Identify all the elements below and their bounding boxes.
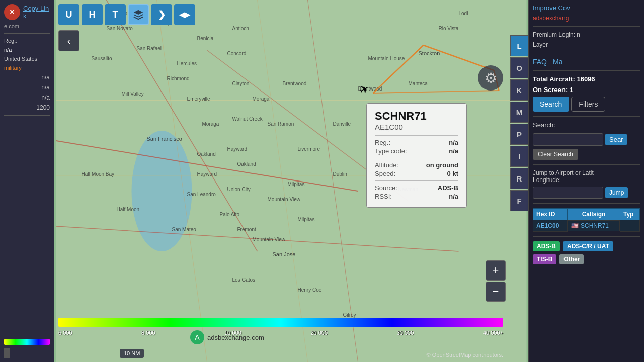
svg-text:Concord: Concord <box>227 51 247 56</box>
search-section-label: Search: <box>533 121 640 129</box>
zoom-out-btn[interactable]: − <box>486 282 506 302</box>
svg-text:San Francisco: San Francisco <box>147 136 182 142</box>
btn-K[interactable]: K <box>510 79 528 101</box>
na1: n/a <box>4 74 50 81</box>
jump-section: Jump to Airport or Latit Longitude: <box>533 169 640 184</box>
search-button[interactable]: Search <box>533 97 569 112</box>
btn-I[interactable]: I <box>510 146 528 167</box>
domain-label: e.com <box>4 23 50 29</box>
btn-O[interactable]: O <box>510 57 528 78</box>
back-button[interactable]: ‹ <box>58 30 79 51</box>
clear-search-button[interactable]: Clear Search <box>533 149 578 160</box>
btn-M[interactable]: M <box>510 102 528 123</box>
improve-coverage-link[interactable]: Improve Cov <box>533 4 640 12</box>
btn-F[interactable]: F <box>510 190 528 211</box>
search-input-row: Sear <box>533 133 640 146</box>
callsign-value[interactable]: SCHNR71 <box>581 222 609 229</box>
popup-altitude-row: Altitude: on ground <box>375 161 458 169</box>
premium-login-label: Premium Login: n <box>533 31 640 38</box>
on-screen-stat: On Screen: 1 <box>533 86 640 94</box>
rssi-label: RSSI: <box>375 193 392 200</box>
scale-indicator: 10 NM <box>120 349 144 358</box>
popup-hexid[interactable]: AE1C00 <box>375 123 458 131</box>
jump-label: Jump to Airport or Latit <box>533 169 594 176</box>
layers-btn[interactable] <box>128 4 149 25</box>
svg-text:Hayward: Hayward <box>227 146 247 152</box>
svg-text:Mountain View: Mountain View <box>268 197 301 202</box>
layer-label: Layer <box>533 41 640 48</box>
altrange-btn[interactable]: ◀▶ <box>174 4 195 25</box>
source-val: ADS-B <box>438 184 458 192</box>
svg-text:Emeryville: Emeryville <box>187 96 211 102</box>
faq-link[interactable]: FAQ <box>533 58 547 66</box>
filters-button[interactable]: Filters <box>571 97 605 112</box>
rp-divider4 <box>533 116 640 117</box>
alt-label-5: 40 000+ <box>483 330 503 336</box>
popup-typecode-row: Type code: n/a <box>375 147 458 155</box>
settings-button[interactable]: ⚙ <box>478 65 503 90</box>
sear-button[interactable]: Sear <box>605 134 627 145</box>
map-area[interactable]: San Rafael Richmond San Francisco Oaklan… <box>54 0 528 362</box>
altitude-scale-labels: 6 000 8 000 10 000 20 000 30 000 40 000+ <box>58 330 503 336</box>
country-val: United States <box>4 56 50 62</box>
rp-divider1 <box>533 26 640 27</box>
svg-text:Oakland: Oakland <box>197 151 216 157</box>
svg-text:Mountain View: Mountain View <box>253 237 286 242</box>
map-link[interactable]: Ma <box>553 58 562 66</box>
svg-text:Hercules: Hercules <box>177 61 197 66</box>
svg-text:San Rafael: San Rafael <box>137 46 162 51</box>
popup-rssi-row: RSSI: n/a <box>375 193 458 200</box>
forward-btn[interactable]: ❯ <box>151 4 172 25</box>
svg-text:Antioch: Antioch <box>232 26 249 31</box>
rp-divider5 <box>533 164 640 165</box>
svg-point-1 <box>132 131 192 251</box>
map-attribution: © OpenStreetMap contributors. <box>427 352 503 358</box>
reg-val: n/a <box>449 139 458 146</box>
popup-divider <box>375 135 458 136</box>
svg-text:Richmond: Richmond <box>167 76 190 81</box>
speed-val: 0 kt <box>447 170 458 177</box>
layers-icon <box>133 9 144 20</box>
svg-text:Benicia: Benicia <box>197 36 214 41</box>
svg-text:Mountain House: Mountain House <box>368 56 405 61</box>
source-badges-2: TIS-B Other <box>533 254 640 264</box>
btn-h[interactable]: H <box>82 4 103 25</box>
alt-label-3: 20 000 <box>310 330 328 336</box>
svg-text:Oakland: Oakland <box>237 161 256 167</box>
svg-text:Stockton: Stockton <box>419 50 440 56</box>
adsbexchange-link[interactable]: adsbexchang <box>533 15 640 22</box>
flag-icon: 🇺🇸 <box>571 222 579 229</box>
typecode-val: n/a <box>449 147 458 155</box>
callsign-header: Callsign <box>568 209 620 220</box>
right-panel: Improve Cov adsbexchang Premium Login: n… <box>528 0 644 362</box>
svg-text:Dublin: Dublin <box>333 171 347 177</box>
close-button[interactable]: × <box>4 4 20 20</box>
jump-button[interactable]: Jump <box>605 187 628 198</box>
copy-link[interactable]: Copy Link <box>23 5 50 20</box>
btn-u[interactable]: U <box>58 4 79 25</box>
popup-callsign[interactable]: SCHNR71 <box>375 110 458 123</box>
svg-text:San Novato: San Novato <box>107 26 133 31</box>
zoom-in-btn[interactable]: + <box>486 260 506 281</box>
search-input[interactable] <box>533 133 603 146</box>
btn-P[interactable]: P <box>510 124 528 145</box>
svg-text:Manteca: Manteca <box>409 81 428 86</box>
na3: n/a <box>4 94 50 101</box>
svg-text:San Mateo: San Mateo <box>172 227 197 232</box>
hex-id-header: Hex ID <box>533 209 568 220</box>
rp-divider2 <box>533 53 640 53</box>
longitude-label: Longitude: <box>533 176 561 184</box>
table-row[interactable]: AE1C00 🇺🇸 SCHNR71 <box>533 220 640 232</box>
callsign-cell[interactable]: 🇺🇸 SCHNR71 <box>568 220 620 231</box>
btn-L[interactable]: L <box>510 35 528 56</box>
search-filters-row: Search Filters <box>533 97 640 112</box>
source-label: Source: <box>375 184 397 192</box>
btn-R[interactable]: R <box>510 168 528 189</box>
svg-text:Moraga: Moraga <box>253 96 270 102</box>
svg-text:Milpitas: Milpitas <box>298 217 315 222</box>
svg-text:San Jose: San Jose <box>273 251 296 257</box>
adsc-badge: ADS-C/R / UAT <box>563 241 613 251</box>
jump-input[interactable] <box>533 187 603 199</box>
btn-t[interactable]: T <box>105 4 126 25</box>
svg-text:Henry Coe: Henry Coe <box>298 287 322 293</box>
